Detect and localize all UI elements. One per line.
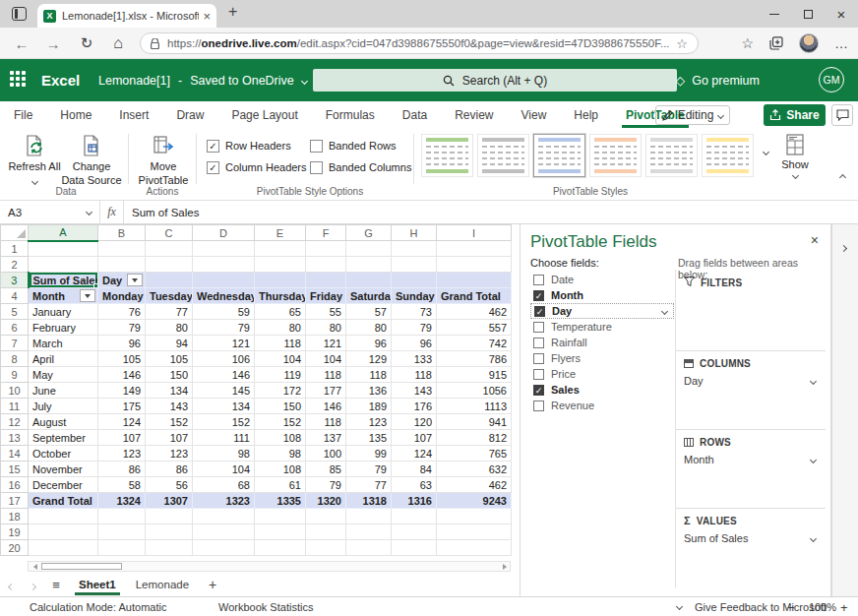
pivottable-style-green[interactable] [421, 134, 473, 177]
cell-D10[interactable]: 145 [193, 383, 255, 399]
cell-I12[interactable]: 941 [437, 414, 512, 430]
field-flyers[interactable]: Flyers [530, 350, 674, 366]
cell-F6[interactable]: 80 [306, 320, 346, 336]
cell-C8[interactable]: 105 [146, 351, 193, 367]
cell-E17[interactable]: 1335 [255, 493, 306, 509]
cell-H17[interactable]: 1316 [392, 493, 437, 509]
cell-H6[interactable]: 79 [392, 320, 437, 336]
cell-C15[interactable]: 86 [146, 462, 193, 477]
cell-I4[interactable]: Grand Total [437, 288, 512, 304]
zoom-out-icon[interactable]: − [787, 600, 795, 615]
pivottable-style-blue[interactable] [533, 134, 585, 177]
cell-F7[interactable]: 121 [306, 336, 346, 351]
filter-dropdown-button[interactable] [80, 289, 95, 302]
status-chevron-icon[interactable] [676, 603, 683, 610]
cell-F5[interactable]: 55 [306, 304, 346, 320]
cell-C1[interactable] [146, 241, 193, 257]
cell-B6[interactable]: 79 [98, 320, 146, 336]
cell-B15[interactable]: 86 [98, 462, 146, 477]
calculation-mode-status[interactable]: Calculation Mode: Automatic [30, 601, 166, 613]
cell-D6[interactable]: 79 [193, 320, 255, 336]
cell-C12[interactable]: 152 [146, 414, 193, 430]
cell-I13[interactable]: 812 [437, 430, 512, 446]
cell-D3[interactable] [193, 273, 255, 288]
cell-D1[interactable] [193, 241, 255, 257]
cell-C18[interactable] [146, 509, 193, 524]
cell-D12[interactable]: 152 [193, 414, 255, 430]
sheet-tab-lemonade[interactable]: Lemonade [126, 573, 199, 596]
cell-F12[interactable]: 118 [306, 414, 346, 430]
cell-F20[interactable] [306, 540, 346, 556]
cell-D9[interactable]: 146 [193, 367, 255, 383]
cell-F8[interactable]: 104 [306, 351, 346, 367]
cell-E15[interactable]: 108 [255, 462, 306, 477]
back-icon[interactable]: ← [12, 33, 31, 53]
cell-A14[interactable]: October [29, 446, 98, 462]
cell-E6[interactable]: 80 [255, 320, 306, 336]
cell-G1[interactable] [346, 241, 392, 257]
cell-I11[interactable]: 1113 [437, 399, 512, 414]
field-sales[interactable]: ✓Sales [530, 382, 674, 398]
row-header-11[interactable]: 11 [1, 399, 29, 414]
row-header-9[interactable]: 9 [1, 367, 29, 383]
field-checkbox[interactable] [533, 338, 544, 348]
cell-F11[interactable]: 146 [306, 399, 346, 414]
field-checkbox[interactable] [533, 353, 544, 364]
row-header-12[interactable]: 12 [1, 414, 29, 430]
cell-H14[interactable]: 124 [392, 446, 437, 462]
pivottable-style-yellow[interactable] [702, 134, 754, 177]
app-name[interactable]: Excel [41, 72, 80, 89]
cell-F3[interactable] [306, 273, 346, 288]
cell-G7[interactable]: 96 [346, 336, 392, 351]
style-option-column-headers[interactable]: ✓Column Headers [207, 157, 310, 177]
row-header-3[interactable]: 3 [1, 273, 29, 288]
column-header-a[interactable]: A [29, 225, 98, 241]
cell-F16[interactable]: 79 [306, 477, 346, 493]
cell-D20[interactable] [193, 540, 255, 556]
cell-D8[interactable]: 106 [193, 351, 255, 367]
sheet-next-icon[interactable] [22, 576, 43, 593]
cell-A9[interactable]: May [29, 367, 98, 383]
tab-page-layout[interactable]: Page Layout [217, 101, 311, 128]
home-icon[interactable]: ⌂ [108, 33, 128, 53]
style-option-banded-rows[interactable]: Banded Rows [310, 136, 413, 155]
cell-E14[interactable]: 98 [255, 446, 306, 462]
cell-H5[interactable]: 73 [392, 304, 437, 320]
tab-home[interactable]: Home [46, 101, 105, 128]
field-date[interactable]: Date [530, 272, 674, 287]
collections-icon[interactable] [769, 36, 783, 50]
cell-H8[interactable]: 133 [392, 351, 437, 367]
cell-F17[interactable]: 1320 [306, 493, 346, 509]
row-header-8[interactable]: 8 [1, 351, 29, 367]
cell-I1[interactable] [437, 241, 512, 257]
row-header-6[interactable]: 6 [1, 320, 29, 336]
field-price[interactable]: Price [530, 366, 674, 382]
cell-B4[interactable]: Monday [98, 288, 146, 304]
tab-review[interactable]: Review [441, 101, 507, 128]
cell-E20[interactable] [255, 540, 306, 556]
cell-E13[interactable]: 108 [255, 430, 306, 446]
cell-E4[interactable]: Thursday [255, 288, 306, 304]
column-header-g[interactable]: G [346, 225, 392, 241]
sheet-prev-icon[interactable] [0, 576, 22, 593]
row-header-16[interactable]: 16 [1, 477, 29, 493]
cell-C17[interactable]: 1307 [146, 493, 193, 509]
cell-C3[interactable] [146, 273, 193, 288]
cell-G13[interactable]: 135 [346, 430, 392, 446]
row-header-7[interactable]: 7 [1, 336, 29, 351]
row-header-18[interactable]: 18 [1, 509, 29, 524]
cell-H18[interactable] [392, 509, 437, 524]
cell-C2[interactable] [146, 257, 193, 273]
cell-I10[interactable]: 1056 [437, 383, 512, 399]
area-field-month[interactable]: Month [684, 454, 820, 465]
column-header-b[interactable]: B [98, 225, 146, 241]
browser-profile-avatar[interactable] [799, 33, 819, 53]
tab-close-icon[interactable]: × [203, 10, 211, 23]
window-close-button[interactable]: × [825, 0, 858, 28]
row-header-19[interactable]: 19 [1, 524, 29, 540]
row-header-20[interactable]: 20 [1, 540, 29, 556]
cell-F1[interactable] [306, 241, 346, 257]
sheet-tab-sheet1[interactable]: Sheet1 [69, 573, 126, 596]
cell-I7[interactable]: 742 [437, 336, 512, 351]
cell-B18[interactable] [98, 509, 146, 524]
